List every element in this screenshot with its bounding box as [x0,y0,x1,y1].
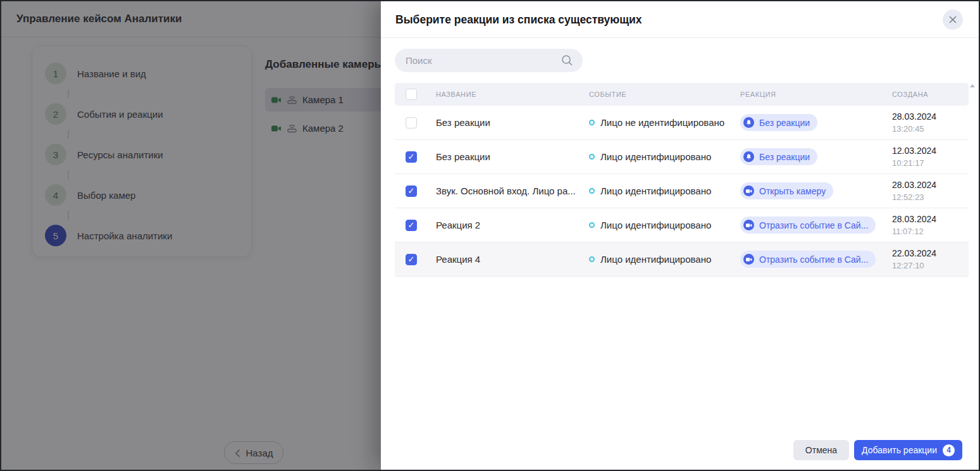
column-header-name: НАЗВАНИЕ [436,91,589,98]
event-label: Лицо не идентифицировано [600,117,724,128]
event-status-icon [589,154,595,160]
column-header-event: СОБЫТИЕ [589,91,740,98]
event-status-icon [589,222,595,228]
search-field [395,49,583,72]
reaction-badge-label: Открыть камеру [759,186,826,196]
row-checkbox[interactable] [406,151,417,163]
row-checkbox[interactable] [406,117,417,129]
modal-footer: Отмена Добавить реакции 4 [793,440,962,460]
reaction-cell: Без реакции [740,148,892,165]
table-row[interactable]: Без реакции Лицо идентифицировано [395,140,969,174]
reaction-badge: Без реакции [740,148,817,165]
table-row[interactable]: Реакция 2 Лицо идентифицировано [395,208,969,242]
scrollbar-up-arrow[interactable] [970,84,975,87]
select-reactions-modal: Выберите реакции из списка существующих … [381,1,979,470]
select-all-checkbox[interactable] [406,89,417,100]
reaction-badge-label: Без реакции [759,118,810,128]
event-label: Лицо идентифицировано [600,220,711,230]
created-cell: 28.03.2024 13:20:45 [892,110,969,135]
event-cell: Лицо идентифицировано [589,254,740,265]
reaction-badge: Без реакции [740,114,817,131]
reaction-name: Без реакции [436,151,589,162]
created-date: 12.03.2024 [892,144,969,157]
row-checkbox[interactable] [406,220,417,231]
reaction-name: Без реакции [436,117,589,128]
created-time: 10:21:17 [892,157,969,170]
reaction-cell: Отразить событие в Сай... [740,251,892,268]
reaction-badge-label: Без реакции [759,152,810,162]
table-header-row: НАЗВАНИЕ СОБЫТИЕ РЕАКЦИЯ СОЗДАНА [395,83,969,106]
event-status-icon [589,188,595,194]
screen: Управление кейсом Аналитики 1 Название и… [0,0,980,471]
reaction-badge: Отразить событие в Сай... [740,251,876,268]
created-date: 28.03.2024 [892,179,969,191]
event-cell: Лицо идентифицировано [589,151,740,162]
created-date: 28.03.2024 [892,110,969,123]
created-cell: 28.03.2024 11:07:12 [892,213,969,238]
reaction-cell: Без реакции [740,114,892,131]
event-status-icon [589,120,595,125]
reaction-name: Реакция 4 [436,254,589,265]
reaction-badge: Отразить событие в Сай... [740,217,876,234]
event-cell: Лицо идентифицировано [589,220,740,230]
event-label: Лицо идентифицировано [600,254,711,265]
created-date: 22.03.2024 [892,247,969,260]
camera-icon [743,254,754,265]
event-cell: Лицо идентифицировано [589,185,740,196]
row-checkbox[interactable] [406,185,417,197]
column-header-reaction: РЕАКЦИЯ [740,91,892,98]
table-row[interactable]: Звук. Основной вход. Лицо ра... Лицо иде… [395,174,969,208]
reaction-name: Звук. Основной вход. Лицо ра... [436,185,589,196]
reactions-table: НАЗВАНИЕ СОБЫТИЕ РЕАКЦИЯ СОЗДАНА Без реа… [395,83,969,277]
table-row[interactable]: Реакция 4 Лицо идентифицировано [395,242,969,277]
created-cell: 22.03.2024 12:27:10 [892,247,969,272]
cancel-button[interactable]: Отмена [793,440,849,460]
row-checkbox[interactable] [406,254,417,265]
created-time: 13:20:45 [892,123,969,135]
camera-icon [743,220,754,230]
event-status-icon [589,256,595,262]
event-cell: Лицо не идентифицировано [589,117,740,128]
event-label: Лицо идентифицировано [600,185,711,196]
event-label: Лицо идентифицировано [600,151,711,162]
reaction-badge-label: Отразить событие в Сай... [759,220,868,230]
search-input[interactable] [395,49,583,72]
reaction-badge: Открыть камеру [740,182,833,199]
add-reactions-button[interactable]: Добавить реакции 4 [854,440,962,460]
created-cell: 12.03.2024 10:21:17 [892,144,969,170]
search-icon [561,54,573,69]
reaction-badge-label: Отразить событие в Сай... [759,254,868,265]
created-cell: 28.03.2024 12:52:23 [892,179,969,204]
bell-icon [743,151,754,162]
reaction-name: Реакция 2 [436,220,589,230]
column-header-created: СОЗДАНА [892,91,969,98]
modal-header: Выберите реакции из списка существующих [381,1,979,38]
created-time: 12:52:23 [892,191,969,204]
reaction-cell: Открыть камеру [740,182,892,199]
created-time: 12:27:10 [892,260,969,272]
bell-icon [743,117,754,128]
modal-body: НАЗВАНИЕ СОБЫТИЕ РЕАКЦИЯ СОЗДАНА Без реа… [381,38,979,277]
add-reactions-label: Добавить реакции [862,445,937,455]
created-date: 28.03.2024 [892,213,969,225]
camera-icon [743,185,754,196]
close-button[interactable] [943,9,963,30]
table-row[interactable]: Без реакции Лицо не идентифицировано [395,106,969,140]
selected-count-badge: 4 [943,444,955,456]
reaction-cell: Отразить событие в Сай... [740,217,892,234]
modal-overlay[interactable] [1,1,381,471]
close-icon [949,16,957,23]
modal-title: Выберите реакции из списка существующих [381,1,979,38]
created-time: 11:07:12 [892,225,969,238]
table-body: Без реакции Лицо не идентифицировано [395,106,969,277]
